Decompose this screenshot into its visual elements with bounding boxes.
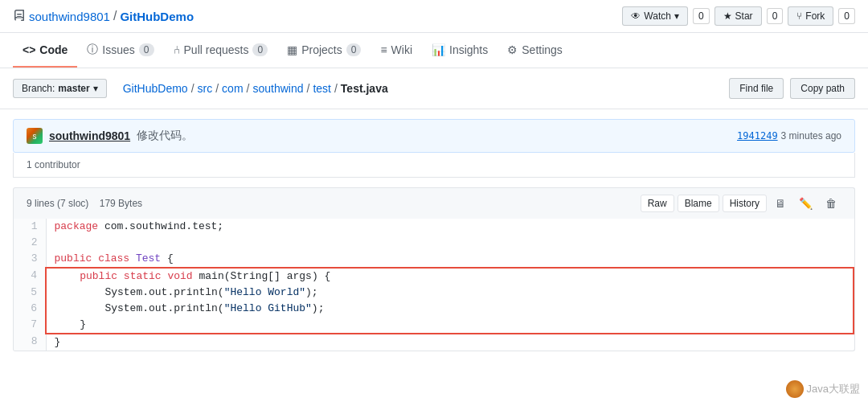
projects-icon: ▦ bbox=[287, 43, 297, 56]
code-container: 1package com.southwind.test;2 3public cl… bbox=[13, 219, 855, 351]
tab-projects[interactable]: ▦ Projects 0 bbox=[277, 34, 371, 68]
commit-left: s southwind9801 修改代码。 bbox=[27, 128, 193, 144]
repo-owner-link[interactable]: southwind9801 bbox=[29, 10, 110, 23]
line-number: 3 bbox=[14, 251, 46, 268]
contributor-bar: 1 contributor bbox=[13, 153, 855, 178]
fork-icon: ⑂ bbox=[796, 10, 802, 22]
pr-icon: ⑃ bbox=[174, 43, 180, 56]
breadcrumb-left: Branch: master ▾ GitHubDemo / src / com … bbox=[13, 79, 388, 98]
watch-button[interactable]: 👁 Watch ▾ bbox=[622, 6, 688, 26]
repo-separator: / bbox=[113, 9, 117, 23]
table-row: 5 System.out.println("Hello World"); bbox=[14, 285, 854, 301]
commit-info: s southwind9801 修改代码。 1941249 3 minutes … bbox=[13, 119, 855, 153]
eye-icon: 👁 bbox=[631, 10, 641, 22]
commit-time: 3 minutes ago bbox=[781, 130, 841, 141]
desktop-icon[interactable]: 🖥 bbox=[770, 195, 791, 212]
tab-settings[interactable]: ⚙ Settings bbox=[497, 34, 572, 68]
watch-dropdown-icon: ▾ bbox=[674, 10, 679, 22]
line-number: 5 bbox=[14, 285, 46, 301]
fork-button[interactable]: ⑂ Fork bbox=[788, 6, 833, 26]
fork-label: Fork bbox=[805, 10, 825, 22]
tab-pull-requests[interactable]: ⑃ Pull requests 0 bbox=[164, 34, 278, 68]
fork-count: 0 bbox=[838, 8, 855, 24]
branch-selector[interactable]: Branch: master ▾ bbox=[13, 79, 107, 98]
commit-right: 1941249 3 minutes ago bbox=[737, 130, 841, 141]
tab-issues[interactable]: ⓘ Issues 0 bbox=[77, 33, 163, 68]
watch-count: 0 bbox=[693, 8, 710, 24]
breadcrumb-test[interactable]: test bbox=[313, 82, 331, 95]
issues-badge: 0 bbox=[139, 43, 154, 56]
tab-projects-label: Projects bbox=[301, 43, 342, 56]
tab-settings-label: Settings bbox=[522, 43, 563, 56]
code-table: 1package com.southwind.test;2 3public cl… bbox=[14, 219, 854, 351]
tab-code[interactable]: <> Code bbox=[13, 34, 77, 68]
breadcrumb-com[interactable]: com bbox=[222, 82, 243, 95]
nav-tabs: <> Code ⓘ Issues 0 ⑃ Pull requests 0 ▦ P… bbox=[0, 33, 868, 68]
line-number: 4 bbox=[14, 268, 46, 285]
settings-icon: ⚙ bbox=[507, 43, 518, 56]
wiki-icon: ≡ bbox=[380, 43, 387, 56]
line-code: package com.southwind.test; bbox=[46, 219, 854, 235]
breadcrumb-southwind[interactable]: southwind bbox=[252, 82, 303, 95]
table-row: 4 public static void main(String[] args)… bbox=[14, 268, 854, 285]
delete-icon[interactable]: 🗑 bbox=[821, 195, 841, 212]
star-label: Star bbox=[735, 10, 753, 22]
line-number: 6 bbox=[14, 301, 46, 317]
repo-icon bbox=[13, 10, 26, 23]
watch-label: Watch bbox=[644, 10, 671, 22]
line-number: 7 bbox=[14, 317, 46, 334]
insights-icon: 📊 bbox=[432, 43, 445, 56]
star-icon: ★ bbox=[723, 10, 732, 22]
line-code: public class Test { bbox=[46, 251, 854, 268]
copy-path-button[interactable]: Copy path bbox=[790, 78, 855, 99]
page-header: southwind9801 / GitHubDemo 👁 Watch ▾ 0 ★… bbox=[0, 0, 868, 33]
line-code: System.out.println("Hello GitHub"); bbox=[46, 301, 854, 317]
tab-wiki-label: Wiki bbox=[391, 43, 412, 56]
find-file-button[interactable]: Find file bbox=[729, 78, 784, 99]
breadcrumb-src[interactable]: src bbox=[198, 82, 213, 95]
header-actions: 👁 Watch ▾ 0 ★ Star 0 ⑂ Fork 0 bbox=[622, 6, 855, 26]
commit-author-link[interactable]: southwind9801 bbox=[49, 129, 130, 142]
table-row: 3public class Test { bbox=[14, 251, 854, 268]
line-number: 2 bbox=[14, 235, 46, 251]
breadcrumb-filename: Test.java bbox=[341, 82, 388, 95]
code-icon: <> bbox=[23, 43, 35, 56]
branch-value: master bbox=[58, 83, 89, 94]
line-code: } bbox=[46, 317, 854, 334]
file-size: 179 Bytes bbox=[100, 198, 142, 209]
blame-button[interactable]: Blame bbox=[678, 195, 719, 212]
tab-wiki[interactable]: ≡ Wiki bbox=[371, 34, 422, 68]
tab-pr-label: Pull requests bbox=[184, 43, 249, 56]
line-code: public static void main(String[] args) { bbox=[46, 268, 854, 285]
repo-title: southwind9801 / GitHubDemo bbox=[13, 9, 194, 23]
line-code: } bbox=[46, 334, 854, 351]
table-row: 8} bbox=[14, 334, 854, 351]
edit-icon[interactable]: ✏️ bbox=[794, 195, 817, 212]
pr-badge: 0 bbox=[252, 43, 268, 56]
line-code: System.out.println("Hello World"); bbox=[46, 285, 854, 301]
table-row: 1package com.southwind.test; bbox=[14, 219, 854, 235]
tab-code-label: Code bbox=[39, 43, 68, 56]
tab-insights[interactable]: 📊 Insights bbox=[422, 34, 497, 68]
star-button[interactable]: ★ Star bbox=[714, 6, 762, 26]
raw-button[interactable]: Raw bbox=[641, 195, 674, 212]
repo-name-link[interactable]: GitHubDemo bbox=[120, 10, 194, 23]
file-meta: 9 lines (7 sloc) 179 Bytes bbox=[27, 198, 142, 209]
issues-icon: ⓘ bbox=[87, 43, 98, 57]
file-info-bar: 9 lines (7 sloc) 179 Bytes Raw Blame His… bbox=[13, 187, 855, 219]
breadcrumb-actions: Find file Copy path bbox=[729, 78, 855, 99]
table-row: 2 bbox=[14, 235, 854, 251]
tab-issues-label: Issues bbox=[102, 43, 134, 56]
projects-badge: 0 bbox=[346, 43, 362, 56]
commit-sha-link[interactable]: 1941249 bbox=[737, 130, 778, 141]
breadcrumb-bar: Branch: master ▾ GitHubDemo / src / com … bbox=[0, 68, 868, 109]
branch-dropdown-icon: ▾ bbox=[93, 83, 98, 94]
history-button[interactable]: History bbox=[723, 195, 767, 212]
breadcrumb: GitHubDemo / src / com / southwind / tes… bbox=[123, 82, 388, 95]
commit-message: 修改代码。 bbox=[137, 129, 193, 143]
avatar: s bbox=[27, 128, 43, 144]
table-row: 6 System.out.println("Hello GitHub"); bbox=[14, 301, 854, 317]
breadcrumb-root[interactable]: GitHubDemo bbox=[123, 82, 188, 95]
file-actions: Raw Blame History 🖥 ✏️ 🗑 bbox=[641, 195, 841, 212]
line-code bbox=[46, 235, 854, 251]
